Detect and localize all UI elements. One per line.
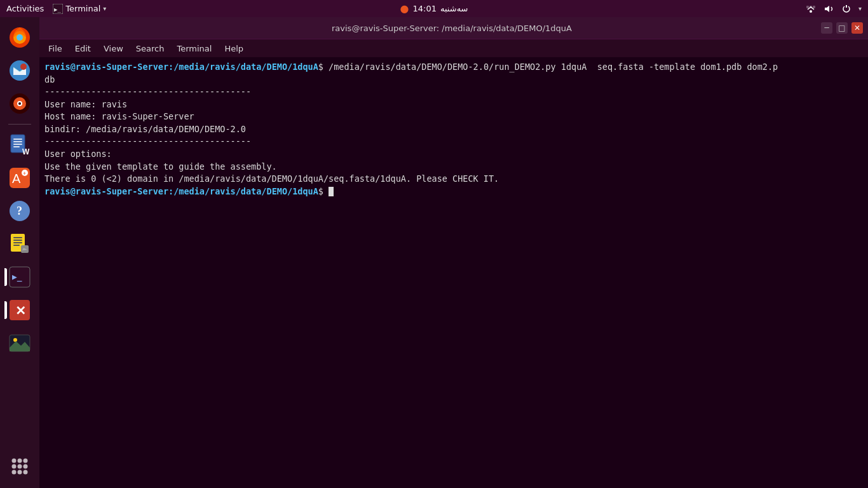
terminal-line-useroptions: User options: xyxy=(44,148,863,161)
svg-point-8 xyxy=(17,34,23,41)
svg-rect-31 xyxy=(13,242,22,243)
sidebar-item-rhythmbox[interactable] xyxy=(4,88,35,119)
terminal-titlebar: ravis@ravis-Super-Server: /media/ravis/d… xyxy=(39,17,868,39)
window-controls: ─ □ ✕ xyxy=(821,22,863,34)
prompt2-dollar: $ xyxy=(318,186,323,196)
prompt2-path: /media/ravis/data/DEMO/1dquA xyxy=(173,186,318,196)
active-dot-indicator xyxy=(4,268,7,286)
svg-text:▶_: ▶_ xyxy=(54,6,61,13)
menu-view[interactable]: View xyxy=(98,43,128,55)
terminal-line-hostname: Host name: ravis-Super-Server xyxy=(44,111,863,123)
sidebar-item-mail[interactable] xyxy=(4,55,35,86)
terminal-body[interactable]: ravis@ravis-Super-Server:/media/ravis/da… xyxy=(39,57,868,488)
clock-dot: ● xyxy=(400,3,409,15)
terminal-menubar: File Edit View Search Terminal Help xyxy=(39,39,868,57)
sidebar-item-imageviewer[interactable] xyxy=(4,328,35,358)
sidebar-item-texteditor[interactable] xyxy=(4,229,35,259)
firefox-icon xyxy=(8,26,31,49)
svg-text:✕: ✕ xyxy=(15,304,26,318)
power-icon[interactable] xyxy=(841,3,852,15)
svg-point-10 xyxy=(20,64,27,70)
terminal-menu-label[interactable]: Terminal xyxy=(65,4,100,13)
svg-point-40 xyxy=(13,338,17,342)
terminal-line-username: User name: ravis xyxy=(44,98,863,111)
svg-point-47 xyxy=(12,470,17,475)
menu-terminal[interactable]: Terminal xyxy=(172,43,217,55)
menu-file[interactable]: File xyxy=(43,43,67,55)
menu-help[interactable]: Help xyxy=(219,43,248,55)
svg-point-46 xyxy=(24,464,28,469)
svg-rect-2 xyxy=(806,6,809,8)
svg-text:+: + xyxy=(23,170,26,177)
appstore-icon: A + xyxy=(8,166,31,189)
svg-rect-19 xyxy=(13,144,22,145)
sidebar: W A + ? ▶_ xyxy=(0,17,39,488)
svg-rect-18 xyxy=(13,141,22,142)
power-arrow[interactable]: ▾ xyxy=(858,5,862,12)
svg-point-45 xyxy=(18,464,22,469)
svg-point-41 xyxy=(12,459,17,463)
sidebar-item-firefox[interactable] xyxy=(4,22,35,53)
terminal-cursor xyxy=(329,187,334,196)
prompt2-user: ravis@ravis-Super-Server: xyxy=(44,186,173,196)
topbar-center: ● 14:01 سه‌شنبه xyxy=(400,3,468,15)
svg-rect-20 xyxy=(13,146,20,147)
topbar: Activities ▶_ Terminal ▾ ● 14:01 سه‌شنبه xyxy=(0,0,868,17)
minimize-button[interactable]: ─ xyxy=(821,22,832,34)
svg-rect-30 xyxy=(13,240,22,241)
svg-point-5 xyxy=(810,10,812,13)
terminal-window: ravis@ravis-Super-Server: /media/ravis/d… xyxy=(39,17,868,488)
sidebar-item-help[interactable]: ? xyxy=(4,196,35,226)
svg-text:▶_: ▶_ xyxy=(12,272,22,282)
writer-icon: W xyxy=(8,133,31,156)
svg-point-49 xyxy=(24,470,28,475)
svg-point-43 xyxy=(24,459,28,463)
dot-indicator-2 xyxy=(4,301,7,319)
sidebar-show-apps[interactable] xyxy=(4,451,35,482)
errorapp-icon: ✕ xyxy=(8,299,31,322)
svg-point-14 xyxy=(18,102,21,105)
activities-label[interactable]: Activities xyxy=(6,4,44,13)
terminal-icon: ▶_ xyxy=(8,266,31,288)
clock-time: 14:01 xyxy=(412,4,436,13)
imageviewer-icon xyxy=(8,332,31,355)
terminal-line-1b: db xyxy=(44,74,863,86)
svg-text:A: A xyxy=(12,172,21,186)
maximize-button[interactable]: □ xyxy=(836,22,848,34)
svg-point-42 xyxy=(18,459,22,463)
topbar-left: Activities ▶_ Terminal ▾ xyxy=(6,4,106,14)
menu-search[interactable]: Search xyxy=(131,43,170,55)
terminal-app-indicator: ▶_ Terminal ▾ xyxy=(53,4,106,14)
sidebar-item-terminal[interactable]: ▶_ xyxy=(4,262,35,292)
rhythmbox-icon xyxy=(8,92,31,115)
svg-point-9 xyxy=(10,60,30,81)
svg-text:?: ? xyxy=(17,205,22,217)
terminal-line-template: Use the given template to guide the asse… xyxy=(44,161,863,173)
sidebar-item-writer[interactable]: W xyxy=(4,130,35,160)
terminal-title: ravis@ravis-Super-Server: /media/ravis/d… xyxy=(83,24,821,33)
svg-point-44 xyxy=(12,464,17,469)
terminal-line-prompt2: ravis@ravis-Super-Server:/media/ravis/da… xyxy=(44,186,863,198)
terminal-command-1: /media/ravis/data/DEMO/DEMO-2.0/run_DEMO… xyxy=(323,62,778,72)
terminal-dropdown-arrow[interactable]: ▾ xyxy=(103,5,106,12)
svg-text:W: W xyxy=(22,147,30,156)
svg-rect-17 xyxy=(13,139,22,140)
prompt1-user: ravis@ravis-Super-Server: xyxy=(44,62,173,72)
terminal-line-sep2: ---------------------------------------- xyxy=(44,135,863,148)
clock-day: سه‌شنبه xyxy=(440,4,468,13)
sidebar-divider-1 xyxy=(8,124,31,125)
terminal-line-domain: There is 0 (<2) domain in /media/ravis/d… xyxy=(44,173,863,186)
network-icon[interactable] xyxy=(805,3,817,15)
prompt1-path: /media/ravis/data/DEMO/1dquA xyxy=(173,62,318,72)
terminal-line-bindir: bindir: /media/ravis/data/DEMO/DEMO-2.0 xyxy=(44,123,863,136)
topbar-right: ▾ xyxy=(805,3,862,15)
prompt1-dollar: $ xyxy=(318,62,323,72)
svg-point-48 xyxy=(18,470,22,475)
texteditor-icon xyxy=(8,233,31,255)
volume-icon[interactable] xyxy=(823,3,834,15)
close-button[interactable]: ✕ xyxy=(851,22,863,34)
menu-edit[interactable]: Edit xyxy=(70,43,96,55)
svg-rect-32 xyxy=(13,245,20,246)
sidebar-item-appstore[interactable]: A + xyxy=(4,163,35,193)
sidebar-item-errorapp[interactable]: ✕ xyxy=(4,295,35,325)
